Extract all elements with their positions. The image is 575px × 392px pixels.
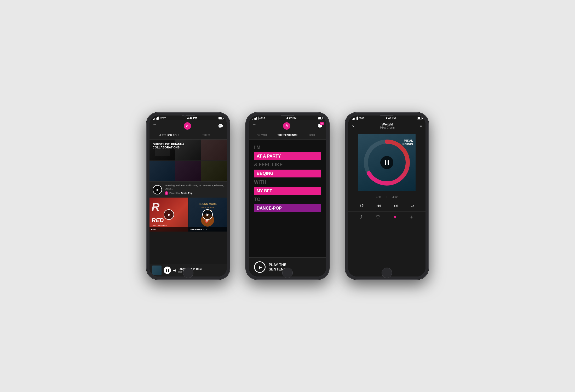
playlist-featuring: Featuring: Eminem, Nicki Minaj, T.I., Ma… — [165, 184, 224, 190]
tab-the-sentence-active[interactable]: THE SENTENCE — [275, 132, 301, 139]
signal-bar-1 — [153, 119, 154, 120]
time-display-row: 1:46 | 3:50 — [348, 194, 426, 200]
app-header-2: ☰ b 💬 42 — [249, 120, 326, 132]
home-button-3[interactable] — [382, 268, 392, 278]
beats-logo: b — [184, 122, 191, 130]
tab-or-you[interactable]: OR YOU — [249, 132, 275, 139]
pause-bar-left — [385, 160, 386, 165]
grid-img-5 — [175, 161, 201, 182]
s3-bar-5 — [357, 117, 358, 120]
chat-icon-2[interactable]: 💬 42 — [317, 124, 323, 129]
play-triangle-red: ▶ — [168, 212, 171, 217]
status-bar-1: AT&T 4:42 PM — [150, 116, 227, 120]
phones-container: AT&T 4:42 PM ☰ b 💬 JUST FOR YOU — [146, 112, 429, 280]
list-icon[interactable]: ≡ — [420, 124, 422, 128]
carrier-name-2: AT&T — [259, 117, 265, 119]
album-bruno[interactable]: BRUNO MARSUNORTHODOXJUKEBOX 🎸 ▶ UNORTHOD… — [188, 198, 227, 232]
carrier-name-1: AT&T — [160, 117, 166, 119]
home-button-1[interactable] — [183, 268, 193, 278]
play-overlay-red[interactable]: ▶ — [164, 209, 174, 220]
grid-img-3 — [201, 140, 227, 160]
now-playing-thumb — [152, 266, 162, 275]
battery-fill-3 — [418, 117, 420, 119]
playlist-name: Beats Pop — [181, 192, 193, 194]
pause-bar-right — [388, 160, 389, 165]
player-album-art: MIKALCRONIN — [358, 134, 416, 191]
battery-icon-3 — [417, 117, 422, 119]
phone-1: AT&T 4:42 PM ☰ b 💬 JUST FOR YOU — [146, 112, 230, 280]
play-circle[interactable]: ▶ — [153, 185, 162, 194]
play-sentence-circle[interactable]: ▶ — [254, 261, 266, 273]
album-red[interactable]: R ▶ RED TAYLOR SWIFT RED — [150, 198, 188, 232]
next-button[interactable]: ⏭ — [394, 203, 398, 209]
grid-img-6 — [201, 161, 227, 182]
action-bar: ⤴ ♡ ♥ + — [348, 211, 426, 223]
s3-bar-2 — [353, 118, 354, 120]
signal-bar-3 — [156, 118, 157, 120]
transport-controls: ↺ ⏮ ⏭ ⇌ — [348, 200, 426, 211]
menu-icon[interactable]: ☰ — [153, 124, 157, 128]
chat-icon[interactable]: 💬 — [218, 124, 223, 129]
chevron-down-icon[interactable]: ∨ — [352, 123, 355, 128]
add-button[interactable]: + — [410, 214, 413, 221]
home-button-2[interactable] — [282, 268, 293, 278]
tab-highlights[interactable]: HIGHLI… — [300, 132, 326, 139]
album-red-title: RED — [152, 217, 164, 224]
play-triangle-bruno: ▶ — [206, 212, 209, 217]
sentence-my-bff: MY BFF — [254, 187, 321, 195]
phone-3: AT&T 4:42 PM ∨ Weight Mikal Cronin — [345, 112, 429, 280]
album-grid: R ▶ RED TAYLOR SWIFT RED — [150, 198, 227, 232]
time-display-2: 4:42 PM — [286, 117, 296, 120]
beats-star: ★ — [165, 191, 168, 195]
phone-screen-2: AT&T 4:42 PM ☰ b 💬 42 O — [249, 116, 326, 276]
status-right-3 — [417, 117, 422, 119]
tab-just-for-you[interactable]: JUST FOR YOU — [150, 132, 188, 139]
pause-button-small[interactable]: ❚❚ — [164, 267, 171, 274]
album-red-label: RED — [150, 227, 188, 232]
repeat-button[interactable]: ↺ — [360, 203, 364, 209]
time-separator: | — [387, 195, 387, 198]
signal-icon — [153, 117, 159, 120]
previous-button[interactable]: ⏮ — [376, 203, 381, 209]
s3-bar-4 — [356, 117, 356, 120]
sentence-bbqing: BBQING — [254, 170, 321, 177]
tab-bar-2: OR YOU THE SENTENCE HIGHLI… — [249, 132, 326, 140]
playlist-row[interactable]: ▶ Featuring: Eminem, Nicki Minaj, T.I., … — [150, 181, 227, 198]
status-left-1: AT&T — [153, 117, 166, 120]
heart-filled-button[interactable]: ♥ — [394, 215, 396, 220]
status-right-1 — [218, 117, 223, 119]
shuffle-button[interactable]: ⇌ — [411, 203, 414, 208]
grid-img-4 — [150, 161, 175, 182]
time-display-1: 4:42 PM — [187, 117, 197, 120]
carrier-name-3: AT&T — [359, 117, 364, 119]
time-display-3: 4:42 PM — [386, 117, 396, 120]
sentence-with: WITH — [254, 178, 321, 186]
pause-button[interactable] — [380, 156, 393, 169]
current-time: 1:46 — [376, 195, 381, 198]
battery-fill-2 — [318, 117, 321, 119]
status-left-2: AT&T — [252, 117, 265, 120]
skip-next-small[interactable]: ⏭ — [172, 268, 176, 272]
s2-bar-1 — [252, 119, 253, 120]
sentence-at-a-party: AT A PARTY — [254, 152, 321, 160]
tab-the-sentence[interactable]: THE S… — [188, 132, 227, 139]
player-title-center: Weight Mikal Cronin — [380, 122, 395, 129]
phone-2: AT&T 4:42 PM ☰ b 💬 42 O — [246, 112, 329, 280]
play-sentence-icon: ▶ — [259, 265, 262, 270]
heart-button[interactable]: ♡ — [376, 214, 380, 220]
menu-icon-2[interactable]: ☰ — [252, 124, 256, 128]
s2-bar-4 — [256, 117, 257, 120]
share-button[interactable]: ⤴ — [360, 215, 362, 220]
sentence-to: TO — [254, 196, 321, 203]
status-right-2 — [318, 117, 323, 119]
signal-icon-2 — [252, 117, 258, 120]
tab-bar-1: JUST FOR YOU THE S… — [150, 132, 227, 140]
battery-icon-1 — [218, 117, 223, 119]
play-overlay-bruno[interactable]: ▶ — [202, 209, 213, 220]
album-bruno-label: UNORTHODOX — [188, 227, 227, 232]
phone-screen-1: AT&T 4:42 PM ☰ b 💬 JUST FOR YOU — [150, 116, 227, 276]
player-song-title: Weight — [380, 122, 395, 126]
s2-bar-3 — [255, 118, 256, 120]
play-icon: ▶ — [157, 188, 159, 192]
phone-screen-3: AT&T 4:42 PM ∨ Weight Mikal Cronin — [348, 116, 426, 276]
